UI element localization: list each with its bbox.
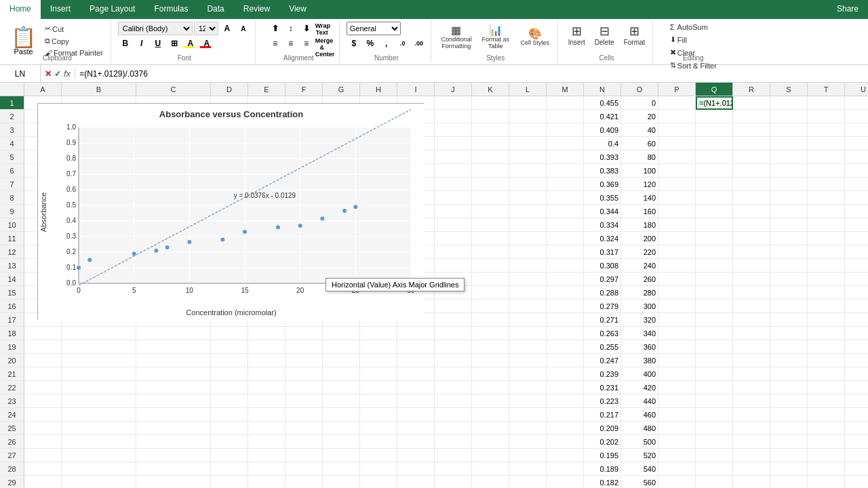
cell-U3[interactable]	[845, 123, 868, 137]
cell-M10[interactable]	[547, 218, 584, 232]
cell-Q3[interactable]	[696, 123, 733, 137]
cell-G25[interactable]	[323, 422, 360, 435]
cell-U14[interactable]	[845, 272, 868, 286]
cell-T23[interactable]	[808, 394, 845, 408]
insert-button[interactable]: ⊞ Insert	[565, 22, 589, 48]
cell-D25[interactable]	[211, 422, 248, 435]
col-header-F[interactable]: F	[285, 83, 323, 96]
cell-K10[interactable]	[472, 218, 509, 232]
cell-R14[interactable]	[733, 272, 770, 286]
cell-C20[interactable]	[136, 354, 211, 367]
cell-P5[interactable]	[658, 150, 696, 164]
cell-O1[interactable]: 0	[621, 96, 658, 110]
cell-P9[interactable]	[658, 205, 696, 218]
cell-M22[interactable]	[547, 381, 584, 394]
cell-H22[interactable]	[360, 381, 397, 394]
cell-P23[interactable]	[658, 394, 696, 408]
row-number-16[interactable]: 16	[0, 300, 24, 313]
cell-E29[interactable]	[248, 476, 285, 488]
cell-K23[interactable]	[472, 394, 509, 408]
cell-K1[interactable]	[472, 96, 509, 110]
cell-N19[interactable]: 0.255	[584, 340, 621, 354]
cell-L4[interactable]	[509, 137, 547, 150]
cell-E22[interactable]	[248, 381, 285, 394]
cell-H20[interactable]	[360, 354, 397, 367]
cell-L13[interactable]	[509, 259, 547, 272]
cell-K29[interactable]	[472, 476, 509, 488]
cell-J26[interactable]	[435, 435, 472, 449]
cell-T5[interactable]	[808, 150, 845, 164]
cell-S1[interactable]	[770, 96, 808, 110]
cell-S26[interactable]	[770, 435, 808, 449]
cell-A18[interactable]	[24, 327, 62, 340]
cell-N27[interactable]: 0.195	[584, 449, 621, 462]
cell-U17[interactable]	[845, 313, 868, 327]
cell-U10[interactable]	[845, 218, 868, 232]
cell-O6[interactable]: 100	[621, 164, 658, 178]
row-number-12[interactable]: 12	[0, 245, 24, 259]
cell-D22[interactable]	[211, 381, 248, 394]
cell-U22[interactable]	[845, 381, 868, 394]
underline-button[interactable]: U	[151, 37, 165, 50]
cell-D23[interactable]	[211, 394, 248, 408]
cell-S9[interactable]	[770, 205, 808, 218]
cell-G28[interactable]	[323, 462, 360, 476]
wrap-text-button[interactable]: Wrap Text	[315, 22, 330, 35]
cell-U11[interactable]	[845, 232, 868, 245]
col-header-I[interactable]: I	[397, 83, 435, 96]
cell-M9[interactable]	[547, 205, 584, 218]
cell-T20[interactable]	[808, 354, 845, 367]
cell-P20[interactable]	[658, 354, 696, 367]
cell-O5[interactable]: 80	[621, 150, 658, 164]
cell-N18[interactable]: 0.263	[584, 327, 621, 340]
row-number-21[interactable]: 21	[0, 367, 24, 381]
cell-J24[interactable]	[435, 408, 472, 422]
formula-input[interactable]	[75, 69, 868, 79]
row-number-6[interactable]: 6	[0, 164, 24, 178]
row-number-10[interactable]: 10	[0, 218, 24, 232]
cell-R25[interactable]	[733, 422, 770, 435]
cell-R16[interactable]	[733, 300, 770, 313]
cell-D21[interactable]	[211, 367, 248, 381]
cell-T11[interactable]	[808, 232, 845, 245]
cell-A22[interactable]	[24, 381, 62, 394]
cell-T18[interactable]	[808, 327, 845, 340]
cell-Q1[interactable]: =(N1+.0129)/.0376	[696, 96, 733, 110]
cell-G27[interactable]	[323, 449, 360, 462]
cell-T12[interactable]	[808, 245, 845, 259]
cell-S18[interactable]	[770, 327, 808, 340]
cell-N26[interactable]: 0.202	[584, 435, 621, 449]
cell-M27[interactable]	[547, 449, 584, 462]
cell-O23[interactable]: 440	[621, 394, 658, 408]
cell-R3[interactable]	[733, 123, 770, 137]
cell-Q13[interactable]	[696, 259, 733, 272]
cell-H21[interactable]	[360, 367, 397, 381]
cell-N24[interactable]: 0.217	[584, 408, 621, 422]
tab-home[interactable]: Home	[0, 0, 41, 19]
cell-E21[interactable]	[248, 367, 285, 381]
cell-R11[interactable]	[733, 232, 770, 245]
cell-I29[interactable]	[397, 476, 435, 488]
row-number-18[interactable]: 18	[0, 327, 24, 340]
cell-F21[interactable]	[285, 367, 323, 381]
border-button[interactable]: ⊞	[167, 37, 182, 50]
cell-K19[interactable]	[472, 340, 509, 354]
cell-L8[interactable]	[509, 191, 547, 205]
cell-I25[interactable]	[397, 422, 435, 435]
cell-C21[interactable]	[136, 367, 211, 381]
cell-G20[interactable]	[323, 354, 360, 367]
cell-A21[interactable]	[24, 367, 62, 381]
cell-P14[interactable]	[658, 272, 696, 286]
cell-O29[interactable]: 560	[621, 476, 658, 488]
cell-I24[interactable]	[397, 408, 435, 422]
cell-styles-button[interactable]: 🎨 Cell Styles	[517, 25, 553, 49]
cell-A24[interactable]	[24, 408, 62, 422]
cell-G18[interactable]	[323, 327, 360, 340]
cell-P19[interactable]	[658, 340, 696, 354]
merge-center-button[interactable]: Merge & Center	[315, 37, 330, 50]
cell-K26[interactable]	[472, 435, 509, 449]
cell-K21[interactable]	[472, 367, 509, 381]
cell-M5[interactable]	[547, 150, 584, 164]
cell-G24[interactable]	[323, 408, 360, 422]
cell-R1[interactable]	[733, 96, 770, 110]
